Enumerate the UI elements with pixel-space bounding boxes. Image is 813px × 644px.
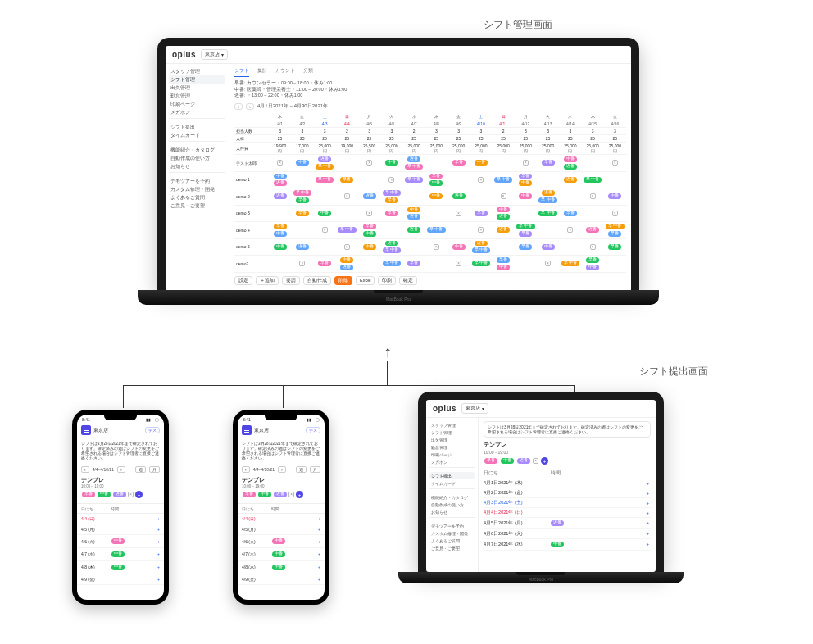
shift-pill[interactable]: 早 中番: [316, 164, 334, 170]
grid-cell[interactable]: 早 中番: [470, 259, 492, 268]
grid-cell[interactable]: 25: [314, 135, 336, 142]
grid-cell[interactable]: 早 中番早番: [291, 188, 313, 205]
sidebar-item[interactable]: カスタム修理・開発: [169, 185, 225, 193]
add-shift-button[interactable]: +: [318, 565, 320, 569]
grid-cell[interactable]: [515, 263, 537, 265]
shift-pill[interactable]: 遅番: [586, 227, 599, 233]
sidebar-item[interactable]: 自動作成の使い方: [169, 154, 225, 162]
next-button[interactable]: ›: [278, 466, 286, 473]
grid-cell[interactable]: 4/7: [403, 120, 425, 127]
grid-cell[interactable]: [493, 162, 515, 164]
grid-cell[interactable]: 25,000円: [447, 143, 470, 154]
grid-cell[interactable]: 25,000円: [559, 143, 581, 154]
month-button[interactable]: 月: [149, 466, 160, 473]
shift-pill[interactable]: 中番: [111, 538, 125, 544]
list-row[interactable]: 4/5 (月)+: [77, 524, 164, 535]
grid-cell[interactable]: 中番遅番: [336, 256, 358, 272]
shift-pill[interactable]: 中番: [608, 193, 621, 199]
shift-pill[interactable]: 早番: [497, 257, 510, 263]
shift-pill[interactable]: 早 中番: [316, 177, 334, 183]
grid-cell[interactable]: ×: [537, 260, 559, 267]
store-dropdown[interactable]: 東京店 ▾: [461, 403, 488, 414]
sidebar-item[interactable]: タイムカード: [429, 479, 475, 487]
grid-cell[interactable]: [559, 196, 581, 197]
grid-cell[interactable]: 25,000円: [493, 143, 515, 154]
store-dropdown[interactable]: 東京店 ▾: [201, 49, 228, 60]
grid-cell[interactable]: 25: [493, 135, 515, 142]
list-row[interactable]: 4/4 (日)+: [77, 514, 164, 524]
grid-cell[interactable]: 水: [559, 113, 581, 120]
grid-cell[interactable]: 25: [269, 135, 291, 142]
grid-cell[interactable]: [559, 246, 581, 247]
grid-cell[interactable]: 遅番早 中番: [470, 239, 492, 256]
sidebar-item[interactable]: お知らせ: [169, 162, 225, 170]
x-icon[interactable]: ×: [523, 160, 529, 166]
grid-cell[interactable]: [358, 179, 380, 180]
grid-cell[interactable]: [447, 179, 470, 180]
x-icon[interactable]: ×: [344, 244, 350, 250]
add-button[interactable]: ＋追加: [256, 276, 279, 285]
grid-cell[interactable]: 4/6: [380, 120, 402, 127]
grid-cell[interactable]: 4/10: [470, 120, 492, 127]
shift-pill[interactable]: 中番: [363, 244, 376, 250]
shift-pill[interactable]: 遅番: [564, 164, 577, 170]
sidebar-item[interactable]: ご意見・ご要望: [429, 544, 475, 551]
shift-pill[interactable]: 中番: [429, 193, 443, 199]
submit-row[interactable]: 4月3日2021年 (土)+: [484, 498, 651, 508]
grid-cell[interactable]: ×: [604, 159, 626, 166]
x-icon[interactable]: ×: [456, 261, 461, 266]
shift-pill[interactable]: 早番: [519, 244, 532, 250]
x-icon[interactable]: ×: [545, 261, 551, 266]
shift-pill[interactable]: 早 中番: [338, 227, 356, 233]
tab[interactable]: カウント: [275, 67, 295, 77]
x-icon[interactable]: ×: [590, 244, 596, 250]
grid-cell[interactable]: [269, 263, 291, 265]
grid-cell[interactable]: 早番中番: [582, 256, 604, 272]
add-shift-button[interactable]: +: [157, 551, 160, 556]
grid-cell[interactable]: ×: [291, 260, 313, 267]
month-button[interactable]: 月: [310, 466, 320, 473]
grid-cell[interactable]: 25,000円: [582, 143, 604, 154]
list-row[interactable]: 4/9 (金)+: [77, 574, 164, 585]
grid-cell[interactable]: 2: [336, 128, 358, 134]
grid-cell[interactable]: 19,000円: [336, 143, 358, 154]
grid-cell[interactable]: 25: [582, 135, 604, 142]
list-row[interactable]: 4/5 (月)+: [238, 524, 325, 535]
shift-pill[interactable]: 早番: [608, 244, 621, 250]
shift-pill[interactable]: 中番: [407, 207, 420, 213]
grid-cell[interactable]: 中番遅番: [403, 206, 425, 222]
sidebar-item[interactable]: 機能紹介・カタログ: [169, 146, 225, 154]
shift-pill[interactable]: 中番: [542, 244, 555, 250]
grid-cell[interactable]: [470, 196, 492, 197]
next-button[interactable]: ›: [246, 103, 254, 110]
x-icon[interactable]: ×: [612, 160, 618, 166]
shift-pill[interactable]: 遅番: [407, 227, 420, 233]
grid-cell[interactable]: 4/11: [493, 120, 515, 127]
shift-pill[interactable]: 早番: [519, 231, 532, 237]
shift-pill[interactable]: 早 中番: [606, 224, 624, 229]
prev-button[interactable]: ‹: [234, 103, 243, 110]
template-pill[interactable]: 早番: [243, 492, 256, 497]
grid-cell[interactable]: 25: [604, 135, 626, 142]
shift-pill[interactable]: 早番: [564, 211, 577, 216]
prev-button[interactable]: ‹: [242, 466, 250, 473]
shift-pill[interactable]: 早番: [340, 177, 353, 183]
grid-cell[interactable]: 遅番: [403, 225, 425, 234]
list-row[interactable]: 4/8 (木)中番+: [238, 561, 325, 574]
delete-button[interactable]: 削除: [334, 276, 352, 285]
grid-cell[interactable]: 3: [358, 128, 380, 134]
grid-cell[interactable]: 早番: [559, 209, 581, 218]
shift-pill[interactable]: 早 中番: [494, 177, 512, 183]
shift-pill[interactable]: 中番: [586, 265, 599, 270]
grid-cell[interactable]: 早番: [515, 243, 537, 252]
submit-row[interactable]: 4月2日2021年 (金)+: [484, 488, 651, 498]
list-row[interactable]: 4/4 (日)+: [238, 514, 325, 524]
grid-cell[interactable]: [537, 179, 559, 180]
shift-pill[interactable]: 中番: [385, 160, 398, 166]
sidebar-item[interactable]: デモツアーを予約: [169, 177, 225, 185]
request-button[interactable]: 要請: [282, 276, 300, 285]
grid-cell[interactable]: ×: [336, 193, 358, 200]
shift-pill[interactable]: 遅番: [407, 156, 420, 162]
sidebar-item[interactable]: スタッフ管理: [429, 421, 475, 429]
grid-cell[interactable]: [582, 212, 604, 214]
